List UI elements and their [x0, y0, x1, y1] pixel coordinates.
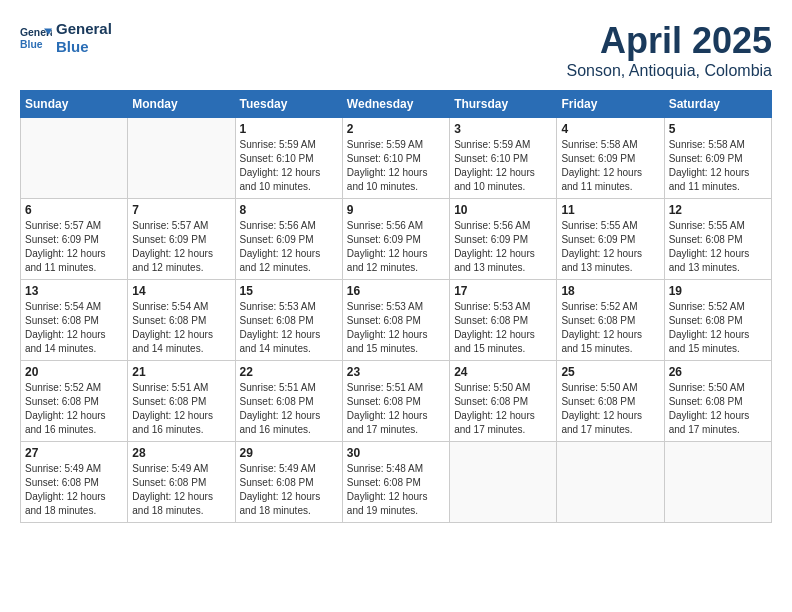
weekday-header-friday: Friday [557, 91, 664, 118]
week-row-1: 1Sunrise: 5:59 AM Sunset: 6:10 PM Daylig… [21, 118, 772, 199]
day-info: Sunrise: 5:53 AM Sunset: 6:08 PM Dayligh… [347, 300, 445, 356]
calendar-cell: 24Sunrise: 5:50 AM Sunset: 6:08 PM Dayli… [450, 361, 557, 442]
calendar-cell: 3Sunrise: 5:59 AM Sunset: 6:10 PM Daylig… [450, 118, 557, 199]
day-info: Sunrise: 5:50 AM Sunset: 6:08 PM Dayligh… [561, 381, 659, 437]
weekday-header-wednesday: Wednesday [342, 91, 449, 118]
calendar-cell: 27Sunrise: 5:49 AM Sunset: 6:08 PM Dayli… [21, 442, 128, 523]
day-number: 30 [347, 446, 445, 460]
day-number: 4 [561, 122, 659, 136]
calendar-cell: 16Sunrise: 5:53 AM Sunset: 6:08 PM Dayli… [342, 280, 449, 361]
calendar-cell: 17Sunrise: 5:53 AM Sunset: 6:08 PM Dayli… [450, 280, 557, 361]
calendar-cell: 15Sunrise: 5:53 AM Sunset: 6:08 PM Dayli… [235, 280, 342, 361]
weekday-header-thursday: Thursday [450, 91, 557, 118]
day-info: Sunrise: 5:54 AM Sunset: 6:08 PM Dayligh… [25, 300, 123, 356]
calendar-cell: 30Sunrise: 5:48 AM Sunset: 6:08 PM Dayli… [342, 442, 449, 523]
day-number: 16 [347, 284, 445, 298]
day-number: 19 [669, 284, 767, 298]
day-number: 20 [25, 365, 123, 379]
day-info: Sunrise: 5:51 AM Sunset: 6:08 PM Dayligh… [240, 381, 338, 437]
day-info: Sunrise: 5:57 AM Sunset: 6:09 PM Dayligh… [132, 219, 230, 275]
day-number: 13 [25, 284, 123, 298]
page-header: General Blue General Blue April 2025 Son… [20, 20, 772, 80]
day-info: Sunrise: 5:53 AM Sunset: 6:08 PM Dayligh… [240, 300, 338, 356]
day-number: 5 [669, 122, 767, 136]
day-number: 1 [240, 122, 338, 136]
day-info: Sunrise: 5:57 AM Sunset: 6:09 PM Dayligh… [25, 219, 123, 275]
day-number: 24 [454, 365, 552, 379]
calendar-cell: 5Sunrise: 5:58 AM Sunset: 6:09 PM Daylig… [664, 118, 771, 199]
day-number: 28 [132, 446, 230, 460]
day-number: 3 [454, 122, 552, 136]
weekday-header-monday: Monday [128, 91, 235, 118]
calendar-cell: 19Sunrise: 5:52 AM Sunset: 6:08 PM Dayli… [664, 280, 771, 361]
calendar-cell: 10Sunrise: 5:56 AM Sunset: 6:09 PM Dayli… [450, 199, 557, 280]
month-year: April 2025 [567, 20, 772, 62]
calendar-table: SundayMondayTuesdayWednesdayThursdayFrid… [20, 90, 772, 523]
week-row-3: 13Sunrise: 5:54 AM Sunset: 6:08 PM Dayli… [21, 280, 772, 361]
day-info: Sunrise: 5:55 AM Sunset: 6:08 PM Dayligh… [669, 219, 767, 275]
weekday-header-row: SundayMondayTuesdayWednesdayThursdayFrid… [21, 91, 772, 118]
calendar-cell: 7Sunrise: 5:57 AM Sunset: 6:09 PM Daylig… [128, 199, 235, 280]
calendar-cell: 18Sunrise: 5:52 AM Sunset: 6:08 PM Dayli… [557, 280, 664, 361]
weekday-header-saturday: Saturday [664, 91, 771, 118]
day-number: 15 [240, 284, 338, 298]
day-info: Sunrise: 5:58 AM Sunset: 6:09 PM Dayligh… [669, 138, 767, 194]
day-number: 22 [240, 365, 338, 379]
day-number: 21 [132, 365, 230, 379]
day-info: Sunrise: 5:53 AM Sunset: 6:08 PM Dayligh… [454, 300, 552, 356]
day-info: Sunrise: 5:52 AM Sunset: 6:08 PM Dayligh… [669, 300, 767, 356]
day-number: 29 [240, 446, 338, 460]
day-info: Sunrise: 5:59 AM Sunset: 6:10 PM Dayligh… [454, 138, 552, 194]
calendar-cell [21, 118, 128, 199]
day-info: Sunrise: 5:58 AM Sunset: 6:09 PM Dayligh… [561, 138, 659, 194]
calendar-cell: 23Sunrise: 5:51 AM Sunset: 6:08 PM Dayli… [342, 361, 449, 442]
day-info: Sunrise: 5:49 AM Sunset: 6:08 PM Dayligh… [132, 462, 230, 518]
day-number: 18 [561, 284, 659, 298]
weekday-header-tuesday: Tuesday [235, 91, 342, 118]
calendar-cell: 14Sunrise: 5:54 AM Sunset: 6:08 PM Dayli… [128, 280, 235, 361]
day-number: 17 [454, 284, 552, 298]
day-info: Sunrise: 5:50 AM Sunset: 6:08 PM Dayligh… [454, 381, 552, 437]
day-number: 10 [454, 203, 552, 217]
calendar-cell: 8Sunrise: 5:56 AM Sunset: 6:09 PM Daylig… [235, 199, 342, 280]
day-number: 7 [132, 203, 230, 217]
logo-general: General [56, 20, 112, 38]
day-number: 14 [132, 284, 230, 298]
day-number: 27 [25, 446, 123, 460]
day-number: 11 [561, 203, 659, 217]
day-info: Sunrise: 5:48 AM Sunset: 6:08 PM Dayligh… [347, 462, 445, 518]
calendar-cell: 13Sunrise: 5:54 AM Sunset: 6:08 PM Dayli… [21, 280, 128, 361]
day-info: Sunrise: 5:59 AM Sunset: 6:10 PM Dayligh… [240, 138, 338, 194]
calendar-cell: 28Sunrise: 5:49 AM Sunset: 6:08 PM Dayli… [128, 442, 235, 523]
calendar-cell [557, 442, 664, 523]
day-number: 12 [669, 203, 767, 217]
title-block: April 2025 Sonson, Antioquia, Colombia [567, 20, 772, 80]
calendar-cell: 12Sunrise: 5:55 AM Sunset: 6:08 PM Dayli… [664, 199, 771, 280]
calendar-cell: 6Sunrise: 5:57 AM Sunset: 6:09 PM Daylig… [21, 199, 128, 280]
day-info: Sunrise: 5:49 AM Sunset: 6:08 PM Dayligh… [240, 462, 338, 518]
svg-text:Blue: Blue [20, 39, 43, 50]
location: Sonson, Antioquia, Colombia [567, 62, 772, 80]
logo-icon: General Blue [20, 22, 52, 54]
day-info: Sunrise: 5:59 AM Sunset: 6:10 PM Dayligh… [347, 138, 445, 194]
calendar-cell: 22Sunrise: 5:51 AM Sunset: 6:08 PM Dayli… [235, 361, 342, 442]
day-number: 23 [347, 365, 445, 379]
logo: General Blue General Blue [20, 20, 112, 56]
calendar-cell: 21Sunrise: 5:51 AM Sunset: 6:08 PM Dayli… [128, 361, 235, 442]
logo-blue: Blue [56, 38, 112, 56]
weekday-header-sunday: Sunday [21, 91, 128, 118]
day-number: 25 [561, 365, 659, 379]
calendar-cell: 11Sunrise: 5:55 AM Sunset: 6:09 PM Dayli… [557, 199, 664, 280]
day-info: Sunrise: 5:52 AM Sunset: 6:08 PM Dayligh… [561, 300, 659, 356]
day-info: Sunrise: 5:56 AM Sunset: 6:09 PM Dayligh… [347, 219, 445, 275]
calendar-cell: 20Sunrise: 5:52 AM Sunset: 6:08 PM Dayli… [21, 361, 128, 442]
calendar-cell: 26Sunrise: 5:50 AM Sunset: 6:08 PM Dayli… [664, 361, 771, 442]
calendar-cell: 9Sunrise: 5:56 AM Sunset: 6:09 PM Daylig… [342, 199, 449, 280]
calendar-cell [664, 442, 771, 523]
week-row-2: 6Sunrise: 5:57 AM Sunset: 6:09 PM Daylig… [21, 199, 772, 280]
day-info: Sunrise: 5:56 AM Sunset: 6:09 PM Dayligh… [240, 219, 338, 275]
day-number: 9 [347, 203, 445, 217]
day-info: Sunrise: 5:55 AM Sunset: 6:09 PM Dayligh… [561, 219, 659, 275]
day-info: Sunrise: 5:51 AM Sunset: 6:08 PM Dayligh… [347, 381, 445, 437]
calendar-cell: 29Sunrise: 5:49 AM Sunset: 6:08 PM Dayli… [235, 442, 342, 523]
